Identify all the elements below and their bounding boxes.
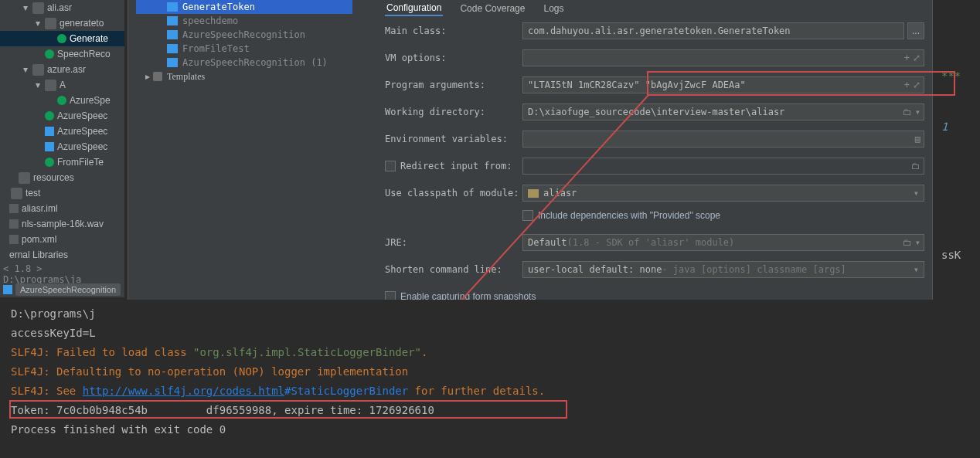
chevron-down-icon: ▾ xyxy=(914,264,919,275)
tree-item[interactable]: Generate xyxy=(0,31,124,46)
java-icon xyxy=(45,158,54,167)
tree-item[interactable]: ▾ali.asr xyxy=(0,0,124,15)
app-icon xyxy=(167,58,178,67)
expand-icon[interactable]: ⤢ xyxy=(913,80,920,90)
tree-item[interactable]: AzureSpeec xyxy=(0,139,124,154)
config-form: Main class: com.dahuyou.ali.asr.generate… xyxy=(385,22,924,314)
main-class-label: Main class: xyxy=(385,25,522,36)
breadcrumb: < 1.8 > D:\programs\ja xyxy=(0,266,124,283)
folder-icon xyxy=(19,172,30,184)
kot-icon xyxy=(45,127,54,136)
tree-item[interactable]: SpeechReco xyxy=(0,46,124,62)
run-config-item[interactable]: speechdemo xyxy=(136,14,352,28)
classpath-label: Use classpath of module: xyxy=(385,188,522,198)
run-config-item[interactable]: AzureSpeechRecognition xyxy=(136,28,352,42)
include-deps-checkbox[interactable] xyxy=(522,210,533,221)
java-icon xyxy=(57,34,66,43)
folder-icon xyxy=(45,80,56,91)
tree-item[interactable]: AzureSpeec xyxy=(0,124,124,139)
program-args-input[interactable]: "LTAI5tN 1mCR28Cazv" "bAgAvjZwcF ADEAa" … xyxy=(522,76,924,93)
working-dir-label: Working directory: xyxy=(385,107,522,117)
app-icon xyxy=(167,44,178,53)
vm-options-input[interactable]: +⤢ xyxy=(522,49,924,66)
tree-item[interactable]: ▾A xyxy=(0,77,124,93)
jre-select[interactable]: Default (1.8 - SDK of 'aliasr' module)🗀▾ xyxy=(522,234,924,251)
vm-options-label: VM options: xyxy=(385,53,522,63)
folder-icon[interactable]: 🗀 xyxy=(903,237,912,248)
config-tabs[interactable]: Configuration Code Coverage Logs xyxy=(385,0,565,17)
redirect-checkbox[interactable] xyxy=(385,161,396,171)
folder-icon: 🗀 xyxy=(911,161,920,171)
console-line: accessKeyId=L xyxy=(11,324,969,343)
run-config-item[interactable]: FromFileTest xyxy=(136,42,352,56)
java-icon xyxy=(57,96,66,105)
file-icon xyxy=(9,204,19,213)
slf4j-link[interactable]: http://www.slf4j.org/codes.html xyxy=(83,385,284,397)
tree-item[interactable]: resources xyxy=(0,170,124,185)
tree-item[interactable]: AzureSpeec xyxy=(0,108,124,124)
chevron-down-icon[interactable]: ▾ xyxy=(915,237,920,248)
env-vars-label: Environment variables: xyxy=(385,134,522,144)
chevron-down-icon: ▾ xyxy=(914,188,919,198)
module-icon xyxy=(528,189,539,198)
working-dir-input[interactable]: D:\xiaofuge_sourcecode\interview-master\… xyxy=(522,103,924,120)
chevron-down-icon[interactable]: ▾ xyxy=(915,107,920,117)
editor-tab[interactable]: AzureSpeechRecognition xyxy=(15,283,121,296)
editor-tabs[interactable]: AzureSpeechRecognition xyxy=(0,282,124,297)
app-icon xyxy=(167,16,178,25)
file-icon xyxy=(9,219,19,229)
tree-item[interactable]: aliasr.iml xyxy=(0,201,124,216)
add-icon[interactable]: + xyxy=(904,53,910,63)
app-icon xyxy=(167,2,178,12)
tree-item[interactable]: ▾generateto xyxy=(0,15,124,31)
list-icon[interactable]: ▤ xyxy=(915,134,920,144)
tree-item[interactable]: pom.xml xyxy=(0,232,124,247)
console-line: Process finished with exit code 0 xyxy=(11,420,969,439)
project-tree[interactable]: ▾ali.asr▾generatetoGenerateSpeechReco▾az… xyxy=(0,0,124,297)
tab-logs[interactable]: Logs xyxy=(542,2,565,15)
add-icon[interactable]: + xyxy=(904,80,910,90)
console-output[interactable]: D:\programs\j accessKeyId=L SLF4J: Faile… xyxy=(0,300,980,458)
tree-item[interactable]: ▾azure.asr xyxy=(0,62,124,77)
console-line: SLF4J: Failed to load class "org.slf4j.i… xyxy=(11,343,969,362)
redirect-input: 🗀 xyxy=(522,158,924,175)
tab-code-coverage[interactable]: Code Coverage xyxy=(458,2,526,15)
wrench-icon xyxy=(153,72,162,81)
folder-icon xyxy=(45,18,56,29)
tree-item[interactable]: test xyxy=(0,185,124,201)
tree-item[interactable]: FromFileTe xyxy=(0,154,124,170)
shorten-label: Shorten command line: xyxy=(385,264,522,275)
shorten-select[interactable]: user-local default: none - java [options… xyxy=(522,261,924,278)
console-line: Token: 7c0cb0b948c54b df96559988, expire… xyxy=(11,401,969,420)
program-args-label: Program arguments: xyxy=(385,80,522,90)
file-icon xyxy=(9,235,19,244)
folder-icon[interactable]: 🗀 xyxy=(903,107,912,117)
file-icon xyxy=(3,285,12,294)
java-icon xyxy=(45,111,54,120)
tree-item[interactable]: nls-sample-16k.wav xyxy=(0,216,124,232)
java-icon xyxy=(45,49,54,59)
tree-item[interactable]: AzureSpe xyxy=(0,93,124,108)
folder-icon xyxy=(32,64,44,76)
jre-label: JRE: xyxy=(385,237,522,248)
tree-item[interactable]: ernal Libraries xyxy=(0,247,124,263)
include-deps-label: Include dependencies with "Provided" sco… xyxy=(538,210,720,221)
run-config-dialog: GenerateTokenspeechdemoAzureSpeechRecogn… xyxy=(128,0,933,334)
tab-configuration[interactable]: Configuration xyxy=(385,1,443,16)
env-vars-input[interactable]: ▤ xyxy=(522,131,924,148)
folder-icon xyxy=(11,188,22,199)
main-class-input[interactable]: com.dahuyou.ali.asr.generatetoken.Genera… xyxy=(522,22,904,39)
console-line: SLF4J: Defaulting to no-operation (NOP) … xyxy=(11,362,969,382)
redirect-label: Redirect input from: xyxy=(400,161,512,171)
run-config-list[interactable]: GenerateTokenspeechdemoAzureSpeechRecogn… xyxy=(136,0,352,83)
classpath-select[interactable]: aliasr▾ xyxy=(522,185,924,202)
console-line: D:\programs\j xyxy=(11,304,969,324)
browse-button[interactable]: ... xyxy=(907,22,924,39)
app-icon xyxy=(167,30,178,39)
editor-peek: *** 1 ssK xyxy=(941,46,980,261)
folder-icon xyxy=(32,2,44,14)
templates-item[interactable]: ▸Templates xyxy=(136,70,352,83)
run-config-item[interactable]: GenerateToken xyxy=(136,0,352,14)
expand-icon[interactable]: ⤢ xyxy=(913,53,920,63)
run-config-item[interactable]: AzureSpeechRecognition (1) xyxy=(136,56,352,70)
